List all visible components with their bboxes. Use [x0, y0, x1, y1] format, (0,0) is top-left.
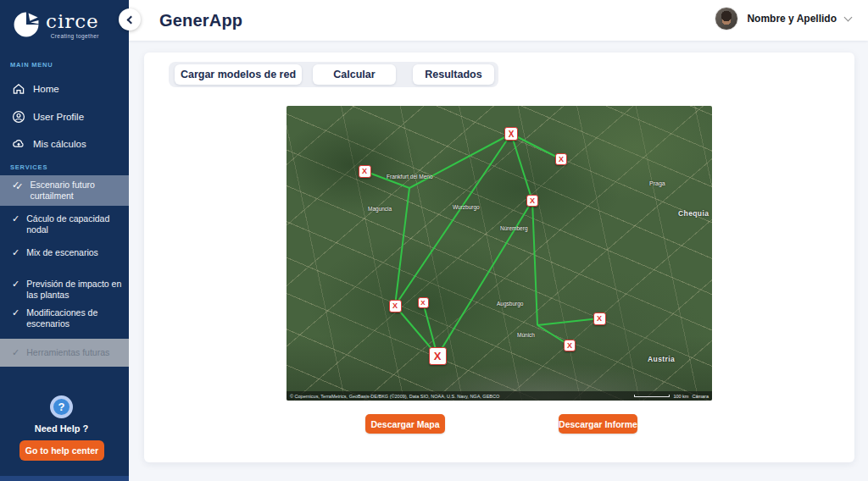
- check-icon: ✓: [12, 279, 19, 289]
- sidebar-item-herramientas-futuras[interactable]: ✓ Herramientas futuras: [0, 339, 129, 367]
- check-icon: ✓: [12, 213, 19, 224]
- descargar-informe-button[interactable]: Descargar Informe: [559, 414, 637, 434]
- sidebar-collapse-button[interactable]: [119, 8, 141, 30]
- double-check-icon: ✓: [15, 181, 23, 191]
- map-place-label: Chequia: [678, 209, 709, 218]
- map-node-x-marker-icon[interactable]: X: [418, 297, 429, 308]
- descargar-mapa-button[interactable]: Descargar Mapa: [365, 414, 445, 434]
- map-place-label: Núremberg: [500, 225, 528, 231]
- map-attribution-text: © Copernicus, TerraMetrics, GeoBasis-DE/…: [290, 394, 499, 399]
- map-node-x-marker-icon[interactable]: X: [564, 340, 576, 351]
- sidebar-item-mis-calculos[interactable]: Mis cálculos: [0, 135, 129, 153]
- sidebar-item-modificaciones-escenarios[interactable]: ✓ Modificaciones de escenarios: [0, 303, 129, 334]
- network-edge: [395, 134, 511, 306]
- network-edge: [537, 318, 599, 325]
- section-label-main-menu: MAIN MENU: [10, 61, 53, 69]
- map-scale-bar: [634, 395, 670, 397]
- map-canvas[interactable]: © Copernicus, TerraMetrics, GeoBasis-DE/…: [287, 106, 712, 401]
- sidebar-item-label: Herramientas futuras: [26, 347, 109, 358]
- circe-logo: circe Creating together: [12, 10, 122, 44]
- tab-cargar-modelos-de-red[interactable]: Cargar modelos de red: [175, 64, 302, 85]
- chevron-left-icon: [126, 15, 135, 24]
- network-edge: [409, 134, 511, 188]
- brand-name: circe: [46, 10, 99, 32]
- sidebar-item-label: Home: [33, 84, 59, 94]
- sidebar-item-label: Previsión de impacto en las plantas: [26, 279, 124, 301]
- home-icon: [12, 82, 25, 96]
- help-title: Need Help ?: [10, 423, 113, 434]
- map-node-x-marker-icon[interactable]: X: [526, 195, 538, 207]
- map-attribution-bar: © Copernicus, TerraMetrics, GeoBasis-DE/…: [287, 391, 712, 401]
- sidebar-item-user-profile[interactable]: User Profile: [0, 108, 129, 126]
- sidebar-item-label: Mis cálculos: [33, 139, 86, 149]
- map-place-label: Austria: [648, 355, 675, 363]
- network-edge: [532, 201, 537, 325]
- map-place-label: Maguncia: [368, 206, 392, 212]
- map-place-label: Augsburgo: [497, 301, 523, 307]
- check-icon: ✓: [12, 307, 19, 318]
- map-node-x-marker-icon[interactable]: X: [359, 165, 371, 178]
- map-node-x-marker-icon[interactable]: X: [555, 153, 567, 165]
- go-to-help-center-button[interactable]: Go to help center: [19, 440, 104, 461]
- map-scale-text: 100 km: [673, 394, 688, 399]
- check-icon: ✓: [12, 347, 19, 357]
- page-title: GenerApp: [159, 11, 242, 30]
- sidebar-item-label: Modificaciones de escenarios: [26, 307, 124, 329]
- map-node-x-marker-icon[interactable]: X: [429, 347, 447, 365]
- map-node-x-marker-icon[interactable]: X: [389, 300, 402, 312]
- sidebar-footer-strip: [0, 476, 129, 481]
- tab-calcular[interactable]: Calcular: [313, 64, 396, 85]
- sidebar-item-label: Escenario futuro curtailment: [30, 180, 124, 202]
- sidebar-item-escenario-futuro-curtailment[interactable]: ✓✓ Escenario futuro curtailment: [0, 175, 129, 206]
- map-place-label: Múnich: [517, 332, 535, 338]
- circe-logo-icon: [12, 10, 41, 39]
- user-menu[interactable]: Nombre y Apellido: [715, 7, 851, 30]
- tab-resultados[interactable]: Resultados: [413, 64, 494, 85]
- sidebar-item-home[interactable]: Home: [0, 80, 129, 98]
- chevron-down-icon: [844, 14, 853, 22]
- brand-tagline: Creating together: [46, 33, 99, 39]
- user-name: Nombre y Apellido: [747, 13, 837, 25]
- sidebar-item-mix-de-escenarios[interactable]: ✓ Mix de escenarios: [0, 243, 129, 263]
- map-node-x-marker-icon[interactable]: X: [593, 312, 606, 325]
- sidebar-item-label: User Profile: [33, 112, 84, 122]
- sidebar-item-prevision-impacto[interactable]: ✓ Previsión de impacto en las plantas: [0, 274, 129, 305]
- avatar: [715, 7, 738, 30]
- cloud-upload-icon: [12, 137, 25, 151]
- section-label-services: SERVICES: [10, 163, 47, 171]
- user-icon: [12, 110, 25, 124]
- map-place-label: Frankfurt del Meno: [387, 174, 433, 180]
- help-question-icon: ?: [50, 395, 73, 418]
- sidebar-item-label: Cáculo de capacidad nodal: [26, 213, 124, 235]
- sidebar-item-label: Mix de escenarios: [26, 247, 98, 258]
- check-icon: ✓: [12, 247, 19, 257]
- map-camera-text[interactable]: Cámara: [692, 394, 709, 399]
- map-place-label: Wurzburgo: [453, 204, 480, 210]
- map-place-label: Praga: [649, 180, 665, 186]
- map-node-x-marker-icon[interactable]: X: [504, 127, 518, 141]
- sidebar-item-calculo-capacidad-nodal[interactable]: ✓ Cáculo de capacidad nodal: [0, 209, 129, 240]
